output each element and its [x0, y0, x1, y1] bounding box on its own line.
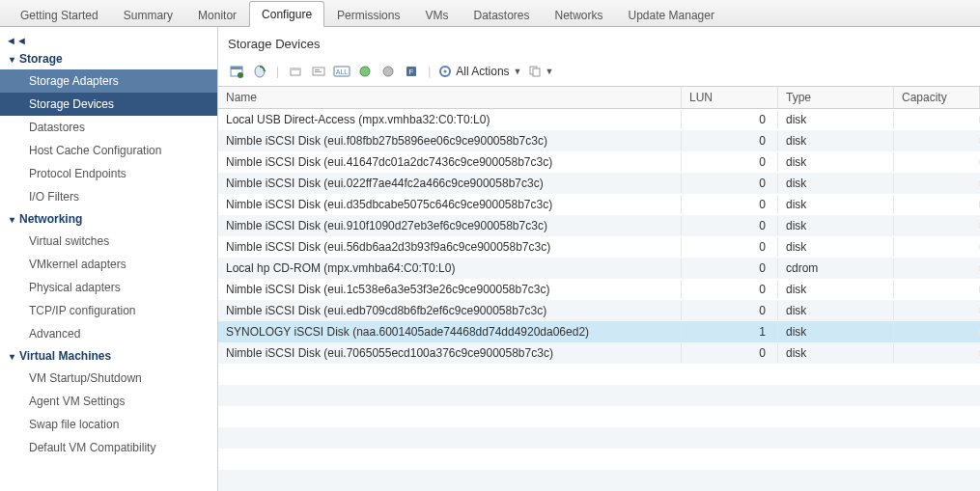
nav-group-storage[interactable]: ▾Storage: [0, 48, 217, 69]
empty-row: [218, 385, 980, 406]
all-actions-label: All Actions: [456, 65, 509, 78]
tab-configure[interactable]: Configure: [249, 1, 324, 27]
turn-on-led-icon[interactable]: [356, 63, 374, 80]
grid-body: Local USB Direct-Access (mpx.vmhba32:C0:…: [218, 109, 980, 364]
nav-item-storage-adapters[interactable]: Storage Adapters: [0, 69, 217, 93]
table-row[interactable]: Local hp CD-ROM (mpx.vmhba64:C0:T0:L0)0c…: [218, 258, 980, 279]
cell-type: disk: [778, 195, 894, 214]
nav-group-virtual-machines[interactable]: ▾Virtual Machines: [0, 345, 217, 367]
cell-name: Nimble iSCSI Disk (eui.41647dc01a2dc7436…: [218, 152, 682, 172]
cell-name: Nimble iSCSI Disk (eui.edb709cd8b6fb2ef6…: [218, 301, 682, 320]
nav-item-default-vm-compatibility[interactable]: Default VM Compatibility: [0, 436, 217, 459]
tab-update-manager[interactable]: Update Manager: [616, 2, 727, 27]
cell-capacity: [894, 159, 980, 165]
cell-capacity: [894, 329, 980, 335]
cell-name: Nimble iSCSI Disk (eui.d35dbcabe5075c646…: [218, 195, 682, 214]
cell-lun: 0: [682, 259, 778, 278]
table-row[interactable]: Nimble iSCSI Disk (eui.1c538e6a3e53f3e26…: [218, 279, 980, 300]
storage-devices-grid: Name LUN Type Capacity Local USB Direct-…: [218, 86, 980, 491]
toolbar-separator-2: |: [426, 65, 433, 78]
column-header-name[interactable]: Name: [218, 87, 682, 108]
caret-down-icon: ▼: [514, 67, 522, 76]
empty-row: [218, 364, 980, 385]
svg-point-16: [444, 70, 447, 73]
content-pane: Storage Devices | ALL: [218, 27, 980, 491]
nav-group-networking[interactable]: ▾Networking: [0, 208, 217, 230]
table-row[interactable]: Local USB Direct-Access (mpx.vmhba32:C0:…: [218, 109, 980, 130]
nav-item-storage-devices[interactable]: Storage Devices: [0, 93, 217, 116]
nav-item-virtual-switches[interactable]: Virtual switches: [0, 230, 217, 253]
nav-item-advanced[interactable]: Advanced: [0, 322, 217, 345]
table-row[interactable]: Nimble iSCSI Disk (eui.56db6aa2d3b93f9a6…: [218, 236, 980, 258]
nav-item-protocol-endpoints[interactable]: Protocol Endpoints: [0, 162, 217, 185]
tab-datastores[interactable]: Datastores: [461, 2, 542, 27]
svg-point-2: [238, 72, 243, 78]
tab-networks[interactable]: Networks: [543, 2, 616, 27]
cell-lun: 0: [682, 195, 778, 214]
nav-item-datastores[interactable]: Datastores: [0, 116, 217, 139]
table-row[interactable]: Nimble iSCSI Disk (eui.7065055ecd100a376…: [218, 342, 980, 364]
cell-capacity: [894, 223, 980, 229]
tab-vms[interactable]: VMs: [412, 2, 461, 27]
cell-lun: 0: [682, 131, 778, 150]
sidebar-collapse-handle[interactable]: ◄◄: [0, 33, 217, 48]
rescan-icon[interactable]: [251, 63, 268, 80]
table-row[interactable]: Nimble iSCSI Disk (eui.41647dc01a2dc7436…: [218, 151, 980, 173]
cell-capacity: [894, 265, 980, 271]
cell-capacity: [894, 117, 980, 123]
cell-name: Nimble iSCSI Disk (eui.f08fbb27b5896ee06…: [218, 131, 682, 150]
cell-name: Nimble iSCSI Disk (eui.7065055ecd100a376…: [218, 343, 682, 363]
turn-off-led-icon[interactable]: [379, 63, 397, 80]
cell-lun: 0: [682, 110, 778, 129]
nav-item-vmkernel-adapters[interactable]: VMkernel adapters: [0, 253, 217, 276]
table-row[interactable]: Nimble iSCSI Disk (eui.d35dbcabe5075c646…: [218, 194, 980, 215]
nav-item-i-o-filters[interactable]: I/O Filters: [0, 185, 217, 208]
cell-lun: 0: [682, 152, 778, 172]
cell-name: SYNOLOGY iSCSI Disk (naa.6001405ade74468…: [218, 322, 682, 341]
svg-rect-8: [315, 71, 322, 72]
cell-type: cdrom: [778, 259, 894, 278]
nav-group-label: Storage: [19, 52, 63, 66]
rename-icon[interactable]: [310, 63, 327, 80]
toolbar-separator: |: [274, 65, 281, 78]
svg-text:ALL: ALL: [336, 68, 349, 75]
detach-icon[interactable]: [287, 63, 304, 80]
cell-type: disk: [778, 152, 894, 172]
caret-down-icon: ▾: [10, 351, 19, 362]
cell-capacity: [894, 308, 980, 314]
table-row[interactable]: Nimble iSCSI Disk (eui.910f1090d27eb3ef6…: [218, 215, 980, 236]
table-row[interactable]: Nimble iSCSI Disk (eui.022ff7ae44fc2a466…: [218, 173, 980, 194]
tab-permissions[interactable]: Permissions: [324, 2, 412, 27]
column-header-type[interactable]: Type: [778, 87, 894, 108]
svg-rect-1: [231, 67, 242, 69]
all-icon[interactable]: ALL: [333, 63, 350, 80]
nav-item-host-cache-configuration[interactable]: Host Cache Configuration: [0, 139, 217, 162]
refresh-icon[interactable]: [228, 63, 245, 80]
cell-type: disk: [778, 322, 894, 341]
nav-item-physical-adapters[interactable]: Physical adapters: [0, 276, 217, 299]
caret-down-icon: ▼: [546, 67, 554, 76]
cell-lun: 0: [682, 301, 778, 320]
cell-name: Nimble iSCSI Disk (eui.910f1090d27eb3ef6…: [218, 216, 682, 235]
gear-icon: [438, 65, 452, 78]
copy-menu[interactable]: ▼: [528, 65, 554, 78]
cell-type: disk: [778, 280, 894, 299]
nav-item-agent-vm-settings[interactable]: Agent VM Settings: [0, 390, 217, 413]
column-header-lun[interactable]: LUN: [682, 87, 778, 108]
cell-name: Local USB Direct-Access (mpx.vmhba32:C0:…: [218, 110, 682, 129]
cell-type: disk: [778, 174, 894, 193]
column-header-capacity[interactable]: Capacity: [894, 87, 980, 108]
tab-monitor[interactable]: Monitor: [185, 2, 249, 27]
nav-item-vm-startup-shutdown[interactable]: VM Startup/Shutdown: [0, 367, 217, 390]
nav-item-swap-file-location[interactable]: Swap file location: [0, 413, 217, 436]
svg-text:F: F: [409, 68, 414, 76]
nav-item-tcp-ip-configuration[interactable]: TCP/IP configuration: [0, 299, 217, 322]
table-row[interactable]: Nimble iSCSI Disk (eui.f08fbb27b5896ee06…: [218, 130, 980, 151]
table-row[interactable]: Nimble iSCSI Disk (eui.edb709cd8b6fb2ef6…: [218, 300, 980, 321]
tab-summary[interactable]: Summary: [111, 2, 185, 27]
tab-getting-started[interactable]: Getting Started: [8, 2, 111, 27]
cell-capacity: [894, 350, 980, 356]
mark-flash-icon[interactable]: F: [403, 63, 420, 80]
table-row[interactable]: SYNOLOGY iSCSI Disk (naa.6001405ade74468…: [218, 321, 980, 342]
all-actions-menu[interactable]: All Actions ▼: [438, 65, 521, 78]
